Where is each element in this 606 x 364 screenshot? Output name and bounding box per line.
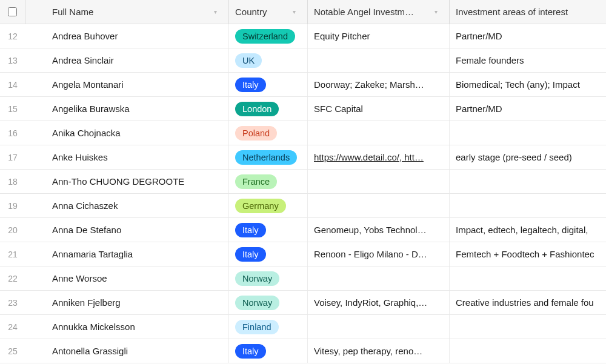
table-row[interactable]: 13Andrea SinclairUKFemale founders [0, 48, 606, 73]
header-full-name[interactable]: Full Name ▾ [25, 0, 229, 24]
cell-interest[interactable] [450, 170, 606, 193]
cell-investments[interactable] [308, 48, 450, 72]
cell-country[interactable]: London [229, 97, 308, 121]
full-name-text: Anika Chojnacka [52, 128, 222, 138]
cell-country[interactable]: Italy [229, 242, 308, 266]
sort-icon[interactable]: ▾ [214, 9, 222, 15]
cell-interest[interactable]: Femtech + Foodtech + Fashiontec [450, 242, 606, 266]
cell-interest[interactable] [450, 194, 606, 217]
cell-full-name[interactable]: Annukka Mickelsson [25, 315, 229, 339]
cell-country[interactable]: Italy [229, 218, 308, 242]
row-number: 22 [0, 266, 25, 290]
cell-country[interactable]: Italy [229, 73, 308, 96]
full-name-text: Anna Cichaszek [52, 200, 222, 211]
cell-interest[interactable]: Biomedical; Tech (any); Impact [450, 73, 606, 96]
row-number: 15 [0, 97, 25, 121]
cell-full-name[interactable]: Anne Worsoe [25, 266, 229, 290]
cell-country[interactable]: Finland [229, 315, 308, 339]
country-pill: Norway [235, 296, 279, 310]
header-label: Investment areas of interest [456, 7, 600, 17]
cell-full-name[interactable]: Andrea Sinclair [25, 48, 229, 72]
row-number: 13 [0, 48, 25, 72]
header-checkbox-cell [0, 0, 25, 24]
cell-full-name[interactable]: Ann-Tho CHUONG DEGROOTE [25, 170, 229, 193]
row-number: 14 [0, 73, 25, 96]
cell-full-name[interactable]: Anna Cichaszek [25, 194, 229, 217]
table-row[interactable]: 21Annamaria TartagliaItalyRenoon - Eligo… [0, 242, 606, 266]
cell-full-name[interactable]: Andrea Buhover [25, 24, 229, 48]
cell-investments[interactable]: Vitesy, pep therapy, reno… [308, 339, 450, 363]
cell-full-name[interactable]: Anke Huiskes [25, 145, 229, 169]
header-country[interactable]: Country ▾ [229, 0, 308, 24]
cell-interest[interactable] [450, 266, 606, 290]
table-header-row: Full Name ▾ Country ▾ Notable Angel Inve… [0, 0, 606, 24]
table-row[interactable]: 12Andrea BuhoverSwitzerlandEquity Pitche… [0, 24, 606, 48]
row-number: 25 [0, 339, 25, 363]
cell-investments[interactable]: Doorway; Zakeke; Marsh… [308, 73, 450, 96]
cell-country[interactable]: Italy [229, 339, 308, 363]
table-row[interactable]: 15Angelika BurawskaLondonSFC CapitalPart… [0, 97, 606, 121]
header-interest[interactable]: Investment areas of interest [450, 0, 606, 24]
cell-interest[interactable]: Female founders [450, 48, 606, 72]
interest-text: Female founders [456, 55, 600, 65]
cell-country[interactable]: Norway [229, 291, 308, 314]
cell-investments[interactable] [308, 266, 450, 290]
cell-interest[interactable]: Partner/MD [450, 24, 606, 48]
interest-text: Partner/MD [456, 31, 600, 41]
cell-investments[interactable]: https://www.detail.co/, htt… [308, 145, 450, 169]
country-pill: Finland [235, 320, 279, 334]
cell-interest[interactable]: Creative industries and female fou [450, 291, 606, 314]
cell-investments[interactable]: Renoon - Eligo Milano - D… [308, 242, 450, 266]
cell-country[interactable]: Poland [229, 121, 308, 145]
cell-country[interactable]: Norway [229, 266, 308, 290]
cell-investments[interactable]: SFC Capital [308, 97, 450, 121]
table-row[interactable]: 19Anna CichaszekGermany [0, 194, 606, 218]
cell-interest[interactable] [450, 315, 606, 339]
cell-investments[interactable] [308, 170, 450, 193]
table-row[interactable]: 16Anika ChojnackaPoland [0, 121, 606, 145]
cell-investments[interactable]: Voisey, IndyRiot, Graphiq,… [308, 291, 450, 314]
cell-investments[interactable]: Equity Pitcher [308, 24, 450, 48]
table-row[interactable]: 20Anna De StefanoItalyGenomeup, Yobs Tec… [0, 218, 606, 242]
table-row[interactable]: 14Angela MontanariItalyDoorway; Zakeke; … [0, 73, 606, 97]
cell-interest[interactable] [450, 339, 606, 363]
cell-country[interactable]: Switzerland [229, 24, 308, 48]
row-number: 16 [0, 121, 25, 145]
full-name-text: Anniken Fjelberg [52, 297, 222, 308]
cell-full-name[interactable]: Angelika Burawska [25, 97, 229, 121]
table-row[interactable]: 25Antonella GrassigliItalyVitesy, pep th… [0, 339, 606, 363]
cell-full-name[interactable]: Anika Chojnacka [25, 121, 229, 145]
cell-full-name[interactable]: Anna De Stefano [25, 218, 229, 242]
cell-investments[interactable] [308, 194, 450, 217]
table-row[interactable]: 22Anne WorsoeNorway [0, 266, 606, 291]
table-row[interactable]: 24Annukka MickelssonFinland [0, 315, 606, 339]
cell-interest[interactable]: early stage (pre-seed / seed) [450, 145, 606, 169]
cell-country[interactable]: France [229, 170, 308, 193]
table-row[interactable]: 18Ann-Tho CHUONG DEGROOTEFrance [0, 170, 606, 194]
cell-full-name[interactable]: Annamaria Tartaglia [25, 242, 229, 266]
cell-country[interactable]: Germany [229, 194, 308, 217]
cell-investments[interactable] [308, 121, 450, 145]
cell-investments[interactable]: Genomeup, Yobs Technol… [308, 218, 450, 242]
cell-full-name[interactable]: Antonella Grassigli [25, 339, 229, 363]
select-all-checkbox[interactable] [8, 7, 17, 16]
header-investments[interactable]: Notable Angel Investm… ▾ [308, 0, 450, 24]
cell-interest[interactable]: Partner/MD [450, 97, 606, 121]
cell-full-name[interactable]: Anniken Fjelberg [25, 291, 229, 314]
interest-text: Creative industries and female fou [456, 297, 600, 308]
country-pill: France [235, 174, 277, 189]
full-name-text: Andrea Buhover [52, 31, 222, 41]
cell-interest[interactable] [450, 121, 606, 145]
cell-country[interactable]: Netherlands [229, 145, 308, 169]
cell-investments[interactable] [308, 315, 450, 339]
cell-country[interactable]: UK [229, 48, 308, 72]
cell-full-name[interactable]: Angela Montanari [25, 73, 229, 96]
investments-text: https://www.detail.co/, htt… [314, 152, 443, 162]
country-pill: Germany [235, 199, 286, 213]
sort-icon[interactable]: ▾ [293, 9, 301, 15]
cell-interest[interactable]: Impact, edtech, legaltech, digital, [450, 218, 606, 242]
table-row[interactable]: 17Anke HuiskesNetherlandshttps://www.det… [0, 145, 606, 170]
data-table: Full Name ▾ Country ▾ Notable Angel Inve… [0, 0, 606, 363]
sort-icon[interactable]: ▾ [435, 9, 443, 15]
table-row[interactable]: 23Anniken FjelbergNorwayVoisey, IndyRiot… [0, 291, 606, 315]
